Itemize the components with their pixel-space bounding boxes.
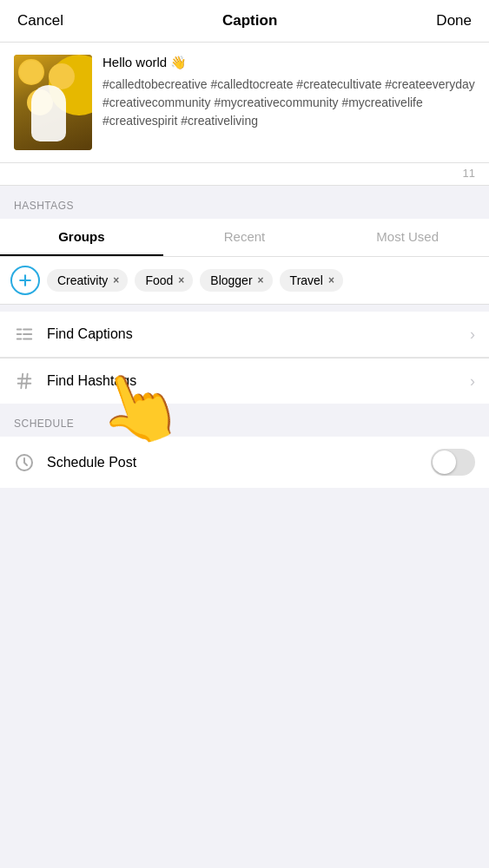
svg-line-11: [26, 374, 28, 389]
svg-line-10: [21, 374, 23, 389]
find-hashtags-label: Find Hashtags: [47, 373, 458, 389]
tag-chip-food[interactable]: Food ×: [135, 269, 193, 292]
menu-section: Find Captions › Find Hashtags ›: [0, 312, 489, 404]
add-tag-button[interactable]: [10, 266, 40, 295]
tag-remove-creativity[interactable]: ×: [113, 274, 119, 286]
page-title: Caption: [222, 12, 277, 30]
tag-label-food: Food: [145, 273, 173, 287]
tab-groups[interactable]: Groups: [0, 229, 163, 256]
hashtags-section-label: HASHTAGS: [0, 186, 489, 219]
char-count: 11: [0, 163, 489, 186]
post-text[interactable]: Hello world 👋 #calledtobecreative #calle…: [102, 55, 475, 130]
tag-remove-blogger[interactable]: ×: [258, 274, 264, 286]
tag-chip-travel[interactable]: Travel ×: [280, 269, 343, 292]
hashtag-icon: [14, 371, 35, 391]
tag-chip-blogger[interactable]: Blogger ×: [200, 269, 272, 292]
find-captions-label: Find Captions: [47, 326, 458, 342]
find-hashtags-row[interactable]: Find Hashtags ›: [0, 358, 489, 404]
schedule-post-row[interactable]: Schedule Post: [0, 437, 489, 488]
tabs-bar: Groups Recent Most Used: [0, 219, 489, 257]
post-preview: Hello world 👋 #calledtobecreative #calle…: [0, 43, 489, 163]
tag-label-blogger: Blogger: [210, 273, 252, 287]
tag-remove-travel[interactable]: ×: [328, 274, 334, 286]
header: Cancel Caption Done: [0, 0, 489, 43]
post-hashtags: #calledtobecreative #calledtocreate #cre…: [102, 76, 475, 130]
tab-recent[interactable]: Recent: [163, 229, 327, 256]
tag-chip-creativity[interactable]: Creativity ×: [47, 269, 128, 292]
clock-icon: [14, 452, 35, 473]
tab-most-used[interactable]: Most Used: [326, 229, 489, 256]
find-captions-chevron: ›: [470, 326, 475, 344]
find-hashtags-chevron: ›: [470, 372, 475, 391]
schedule-post-label: Schedule Post: [47, 455, 419, 470]
schedule-section: Schedule Post: [0, 437, 489, 488]
post-title: Hello world 👋: [102, 55, 475, 70]
tag-label-travel: Travel: [290, 273, 323, 287]
post-thumbnail: [14, 55, 92, 150]
find-captions-row[interactable]: Find Captions ›: [0, 312, 489, 358]
schedule-toggle[interactable]: [431, 449, 475, 476]
schedule-section-label: SCHEDULE: [0, 404, 489, 437]
cancel-button[interactable]: Cancel: [17, 12, 63, 30]
done-button[interactable]: Done: [436, 12, 472, 30]
tag-remove-food[interactable]: ×: [178, 274, 184, 286]
lines-icon: [14, 324, 35, 345]
tags-row: Creativity × Food × Blogger × Travel ×: [0, 257, 489, 305]
tag-label-creativity: Creativity: [57, 273, 108, 287]
